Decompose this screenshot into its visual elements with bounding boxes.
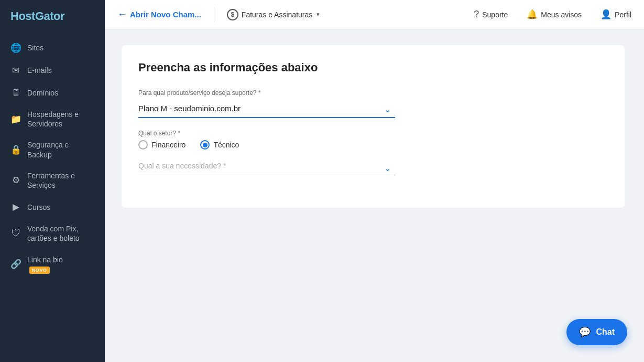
faturas-label: Faturas e Assinaturas: [242, 10, 312, 19]
need-group: Qual a sua necessidade? * ⌄: [138, 161, 608, 175]
avisos-label: Meus avisos: [541, 10, 582, 19]
back-label: Abrir Novo Cham...: [130, 10, 201, 19]
sidebar-item-label: Hospedagens e Servidores: [27, 110, 94, 129]
radio-label-financeiro: Financeiro: [151, 141, 185, 149]
lock-icon: 🔒: [10, 144, 21, 155]
avisos-button[interactable]: 🔔 Meus avisos: [527, 9, 582, 20]
chevron-down-icon: ▾: [316, 11, 320, 18]
chat-button[interactable]: 💬 Chat: [566, 319, 627, 345]
sector-radio-group: Financeiro Técnico: [138, 140, 608, 150]
logo: HostGator: [0, 0, 105, 33]
sidebar-item-label: Venda com Pix, cartões e boleto: [27, 224, 94, 243]
folder-icon: 📁: [10, 114, 21, 125]
sidebar-item-sites[interactable]: 🌐 Sites: [0, 37, 105, 59]
shield-icon: 🛡: [10, 228, 21, 239]
radio-circle-tecnico: [200, 140, 210, 150]
radio-tecnico[interactable]: Técnico: [200, 140, 239, 150]
back-button[interactable]: ← Abrir Novo Cham...: [117, 9, 201, 20]
sidebar-item-label: E-mails: [27, 66, 52, 75]
sidebar-item-hospedagens[interactable]: 📁 Hospedagens e Servidores: [0, 104, 105, 134]
need-select-wrapper: Qual a sua necessidade? * ⌄: [138, 161, 395, 175]
suporte-label: Suporte: [482, 10, 508, 19]
sidebar-item-cursos[interactable]: ▶ Cursos: [0, 196, 105, 218]
radio-financeiro[interactable]: Financeiro: [138, 140, 185, 150]
radio-label-tecnico: Técnico: [213, 141, 239, 149]
chevron-down-icon: ⌄: [384, 163, 391, 173]
question-icon: ?: [474, 9, 479, 20]
sidebar-item-label: Link na bio NOVO: [27, 255, 63, 274]
sector-label: Qual o setor? *: [138, 130, 608, 137]
sidebar: HostGator 🌐 Sites ✉ E-mails 🖥 Domínios 📁…: [0, 0, 105, 362]
sidebar-item-label: Ferramentas e Serviços: [27, 171, 94, 190]
sidebar-nav: 🌐 Sites ✉ E-mails 🖥 Domínios 📁 Hospedage…: [0, 33, 105, 362]
topbar: ← Abrir Novo Cham... $ Faturas e Assinat…: [105, 0, 644, 29]
sidebar-item-dominios[interactable]: 🖥 Domínios: [0, 82, 105, 104]
need-placeholder: Qual a sua necessidade? *: [138, 162, 226, 170]
sidebar-item-linkbio[interactable]: 🔗 Link na bio NOVO: [0, 249, 105, 280]
bell-icon: 🔔: [527, 9, 538, 20]
novo-badge: NOVO: [29, 267, 50, 274]
suporte-button[interactable]: ? Suporte: [474, 9, 508, 20]
form-card: Preencha as informações abaixo Para qual…: [122, 45, 625, 208]
sidebar-item-label: Sites: [27, 43, 43, 52]
chat-label: Chat: [596, 327, 615, 337]
globe-icon: 🌐: [10, 42, 21, 54]
logo-text: HostGator: [10, 9, 64, 23]
dollar-icon: $: [227, 9, 238, 20]
sidebar-item-ferramentas[interactable]: ⚙ Ferramentas e Serviços: [0, 165, 105, 196]
perfil-label: Perfil: [615, 10, 631, 19]
user-icon: 👤: [601, 9, 612, 20]
email-icon: ✉: [10, 65, 21, 76]
product-group: Para qual produto/serviço deseja suporte…: [138, 89, 608, 118]
perfil-button[interactable]: 👤 Perfil: [601, 9, 631, 20]
sector-group: Qual o setor? * Financeiro Técnico: [138, 130, 608, 150]
link-icon: 🔗: [10, 259, 21, 270]
chat-bubble-icon: 💬: [579, 326, 591, 338]
sidebar-item-venda[interactable]: 🛡 Venda com Pix, cartões e boleto: [0, 218, 105, 249]
sidebar-item-seguranca[interactable]: 🔒 Segurança e Backup: [0, 134, 105, 165]
sidebar-item-emails[interactable]: ✉ E-mails: [0, 59, 105, 82]
main-area: ← Abrir Novo Cham... $ Faturas e Assinat…: [105, 0, 644, 362]
gear-icon: ⚙: [10, 175, 21, 186]
play-icon: ▶: [10, 201, 21, 212]
radio-circle-financeiro: [138, 140, 148, 150]
product-select-wrapper: Plano M - seudominio.com.br ⌄: [138, 100, 395, 118]
topbar-divider: [214, 7, 214, 22]
monitor-icon: 🖥: [10, 88, 21, 98]
sidebar-item-label: Cursos: [27, 203, 50, 212]
faturas-menu[interactable]: $ Faturas e Assinaturas ▾: [227, 9, 320, 20]
sidebar-item-label: Domínios: [27, 88, 58, 98]
product-select[interactable]: Plano M - seudominio.com.br: [138, 100, 395, 118]
product-label: Para qual produto/serviço deseja suporte…: [138, 89, 608, 97]
main-content: Preencha as informações abaixo Para qual…: [105, 29, 644, 362]
sidebar-item-label: Segurança e Backup: [27, 140, 94, 159]
form-title: Preencha as informações abaixo: [138, 61, 608, 74]
back-arrow-icon: ←: [117, 9, 127, 20]
